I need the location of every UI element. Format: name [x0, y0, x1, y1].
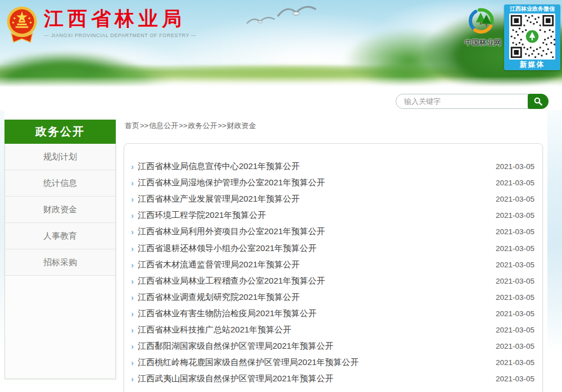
item-title-link[interactable]: 江西省林业局信息宣传中心2021年预算公开: [138, 161, 490, 172]
list-item: ›江西省林业有害生物防治检疫局2021年预算公开2021-03-05: [124, 306, 542, 322]
item-arrow-icon: ›: [128, 194, 137, 204]
background-strip: [0, 110, 4, 352]
list-item: ›江西省林业局信息宣传中心2021年预算公开2021-03-05: [124, 158, 542, 175]
item-date: 2021-03-05: [496, 375, 534, 383]
item-date: 2021-03-05: [496, 261, 534, 269]
breadcrumb-separator: >>: [179, 121, 187, 130]
item-arrow-icon: ›: [128, 211, 137, 220]
item-arrow-icon: ›: [128, 227, 137, 236]
list-item: ›江西省林业科技推广总站2021年预算公开2021-03-05: [124, 322, 542, 338]
news-list: ›江西省林业局信息宣传中心2021年预算公开2021-03-05›江西省林业局湿…: [124, 144, 542, 387]
national-emblem-icon: [6, 4, 38, 44]
item-arrow-icon: ›: [128, 309, 137, 318]
list-item: ›江西省林业局湿地保护管理办公室2021年预算公开2021-03-05: [124, 175, 542, 191]
item-arrow-icon: ›: [128, 374, 137, 384]
item-date: 2021-03-05: [496, 227, 534, 236]
qr-title: 江西林业政务微信: [504, 4, 560, 13]
list-item: ›江西环境工程学院2021年预算公开2021-03-05: [124, 207, 542, 224]
item-arrow-icon: ›: [128, 178, 137, 188]
item-arrow-icon: ›: [128, 325, 137, 335]
bird-icon: [277, 2, 317, 26]
search-input[interactable]: [396, 94, 549, 109]
breadcrumb-link-3[interactable]: 政务公开: [188, 121, 217, 130]
item-title-link[interactable]: 江西省林业局湿地保护管理办公室2021年预算公开: [138, 177, 490, 188]
item-date: 2021-03-05: [496, 358, 534, 367]
item-title-link[interactable]: 江西省退耕还林领导小组办公室2021年预算公开: [138, 243, 490, 254]
list-item: ›江西省木材流通监督管理局2021年预算公开2021-03-05: [124, 257, 542, 273]
item-date: 2021-03-05: [496, 211, 534, 220]
item-date: 2021-03-05: [496, 309, 534, 318]
item-title-link[interactable]: 江西鄱阳湖国家级自然保护区管理局2021年预算公开: [138, 341, 490, 352]
sidebar: 政务公开 规划计划统计信息财政资金人事教育招标采购: [4, 120, 116, 379]
breadcrumb-link-2[interactable]: 信息公开: [149, 121, 178, 130]
sidebar-title: 政务公开: [4, 120, 116, 144]
item-date: 2021-03-05: [496, 179, 534, 187]
breadcrumb-link-1[interactable]: 首页: [125, 121, 139, 130]
list-item: ›江西省林业调查规划研究院2021年预算公开2021-03-05: [124, 289, 542, 306]
item-date: 2021-03-05: [496, 162, 534, 171]
item-title-link[interactable]: 江西省木材流通监督管理局2021年预算公开: [138, 259, 490, 270]
site-subtitle: — JIANGXI PROVINCIAL DEPARTMENT OF FORES…: [44, 33, 196, 38]
item-date: 2021-03-05: [496, 277, 534, 285]
breadcrumb-separator: >>: [140, 121, 148, 130]
list-item: ›江西省林业局林业工程稽查办公室2021年预算公开2021-03-05: [124, 273, 542, 289]
page: 江西省林业局 — JIANGXI PROVINCIAL DEPARTMENT O…: [0, 0, 562, 392]
list-item: ›江西省林业产业发展管理局2021年预算公开2021-03-05: [124, 191, 542, 207]
item-title-link[interactable]: 江西武夷山国家级自然保护区管理局2021年预算公开: [138, 373, 490, 384]
item-date: 2021-03-05: [496, 244, 534, 253]
item-title-link[interactable]: 江西省林业有害生物防治检疫局2021年预算公开: [138, 308, 490, 319]
list-item: ›江西鄱阳湖国家级自然保护区管理局2021年预算公开2021-03-05: [124, 338, 542, 354]
item-arrow-icon: ›: [128, 276, 137, 286]
item-date: 2021-03-05: [496, 293, 534, 302]
item-date: 2021-03-05: [496, 195, 534, 203]
item-date: 2021-03-05: [496, 326, 534, 334]
qr-code-icon: [509, 13, 555, 60]
forestry-net-icon: [464, 7, 501, 35]
sidebar-items: 规划计划统计信息财政资金人事教育招标采购: [5, 144, 115, 276]
item-arrow-icon: ›: [128, 293, 137, 302]
item-title-link[interactable]: 江西省林业局林业工程稽查办公室2021年预算公开: [138, 276, 490, 286]
sidebar-item-1[interactable]: 规划计划: [5, 144, 115, 170]
china-forestry-net-logo[interactable]: 中国林业网: [459, 7, 507, 48]
site-title: 江西省林业局: [44, 8, 196, 30]
list-item: ›江西省林业局利用外资项目办公室2021年预算公开2021-03-05: [124, 224, 542, 240]
search-icon: [533, 97, 543, 106]
list-item: ›江西桃红岭梅花鹿国家级自然保护区管理局2021年预算公开2021-03-05: [124, 354, 542, 371]
qr-footer: 新媒体: [504, 60, 560, 69]
item-title-link[interactable]: 江西环境工程学院2021年预算公开: [138, 210, 490, 221]
breadcrumb: 首页>>信息公开>>政务公开>>财政资金: [125, 121, 256, 131]
sidebar-item-2[interactable]: 统计信息: [5, 170, 115, 197]
sidebar-item-4[interactable]: 人事教育: [5, 223, 115, 249]
header-banner: 江西省林业局 — JIANGXI PROVINCIAL DEPARTMENT O…: [0, 0, 562, 87]
forestry-net-label: 中国林业网: [459, 38, 507, 48]
item-date: 2021-03-05: [496, 342, 534, 350]
content-panel: ›江西省林业局信息宣传中心2021年预算公开2021-03-05›江西省林业局湿…: [124, 143, 543, 392]
item-arrow-icon: ›: [128, 260, 137, 270]
sidebar-item-5[interactable]: 招标采购: [5, 249, 115, 276]
item-title-link[interactable]: 江西省林业局利用外资项目办公室2021年预算公开: [138, 226, 490, 237]
breadcrumb-link-4[interactable]: 财政资金: [227, 121, 256, 130]
site-brand[interactable]: 江西省林业局 — JIANGXI PROVINCIAL DEPARTMENT O…: [6, 4, 196, 44]
banner-fade: [0, 76, 562, 87]
list-item: ›江西武夷山国家级自然保护区管理局2021年预算公开2021-03-05: [124, 371, 542, 387]
sidebar-item-3[interactable]: 财政资金: [5, 197, 115, 223]
bird-icon: [246, 15, 275, 29]
list-item: ›江西省退耕还林领导小组办公室2021年预算公开2021-03-05: [124, 240, 542, 256]
item-title-link[interactable]: 江西省林业科技推广总站2021年预算公开: [138, 325, 490, 335]
item-title-link[interactable]: 江西省林业产业发展管理局2021年预算公开: [138, 194, 490, 204]
item-title-link[interactable]: 江西桃红岭梅花鹿国家级自然保护区管理局2021年预算公开: [138, 357, 490, 368]
item-title-link[interactable]: 江西省林业调查规划研究院2021年预算公开: [138, 292, 490, 303]
item-arrow-icon: ›: [128, 341, 137, 351]
wechat-qr-panel: 江西林业政务微信: [504, 4, 560, 70]
search-button[interactable]: [528, 94, 549, 109]
breadcrumb-separator: >>: [217, 121, 226, 130]
item-arrow-icon: ›: [128, 358, 137, 367]
background-strip: [547, 110, 562, 352]
item-arrow-icon: ›: [128, 244, 137, 253]
item-arrow-icon: ›: [128, 162, 137, 171]
search-bar: [396, 94, 549, 109]
